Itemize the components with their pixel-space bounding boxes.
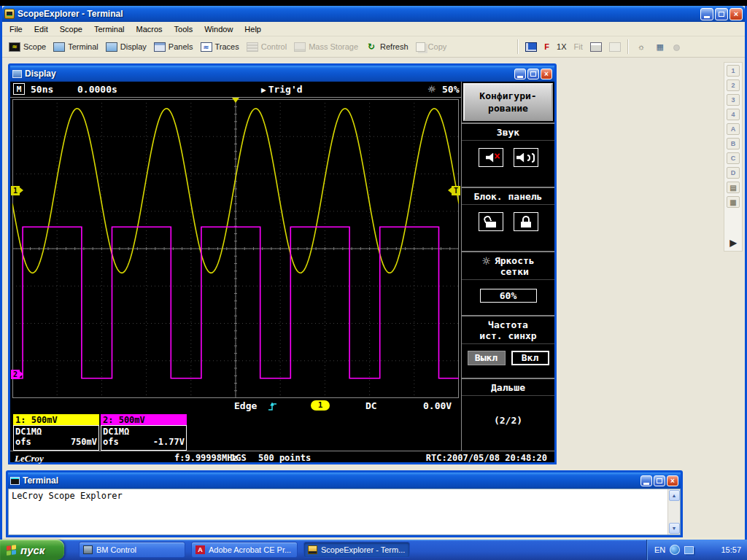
taskbar-task-bm-control[interactable]: BM Control <box>79 542 185 558</box>
display-minimize-button[interactable] <box>514 69 526 79</box>
menu-item-edit[interactable]: Edit <box>28 23 54 35</box>
toolbar-scope-label: Scope <box>23 42 46 51</box>
main-titlebar[interactable]: ScopeExplorer - Terminal × <box>2 6 745 22</box>
memory-b-icon[interactable]: B <box>727 138 740 149</box>
play-icon[interactable]: ▶ <box>727 237 740 249</box>
trigger-delay-value: 0.0000s <box>77 84 117 95</box>
channel2-ofs-value: -1.77V <box>153 437 185 447</box>
memory-d-icon[interactable]: D <box>727 167 740 179</box>
restore-button[interactable] <box>715 8 728 20</box>
toolbar-refresh-button[interactable]: Refresh <box>362 39 412 55</box>
menu-item-macros[interactable]: Macros <box>130 23 168 35</box>
channel2-details: DC1MΩ ofs -1.77V <box>101 425 187 451</box>
toolbar-font-button[interactable]: F <box>541 39 553 55</box>
start-button[interactable]: пуск <box>0 540 64 560</box>
toolbar-panels-label: Panels <box>169 42 193 51</box>
channel1-info-box[interactable]: 1: 500mV DC1MΩ ofs 750mV <box>13 414 99 451</box>
sound-off-button[interactable]: × <box>479 148 503 167</box>
config-button[interactable]: Конфигури- рование <box>463 83 553 121</box>
clock-on-button[interactable]: Вкл <box>511 351 549 365</box>
toolbar-scope-button[interactable]: Scope <box>5 39 50 55</box>
display-window: Display × M 50ns 0.0000s ▶Trig'd ☼ 50% <box>8 63 557 464</box>
tools-icon <box>635 42 647 52</box>
toolbar-fit-button: Fit <box>570 39 586 55</box>
toolbar-panels-button[interactable]: Panels <box>150 39 197 55</box>
channel2-label: 2: 500mV <box>101 414 187 425</box>
toolbar-zoom-1x-button[interactable]: 1X <box>553 39 570 55</box>
minimize-button[interactable] <box>700 8 713 20</box>
display-titlebar[interactable]: Display × <box>10 66 554 82</box>
scopeexplorer-icon <box>308 545 317 554</box>
print-icon <box>590 42 602 52</box>
menu-item-window[interactable]: Window <box>198 23 239 35</box>
taskbar: пуск BM ControlAdobe Acrobat CE Pr...Sco… <box>0 540 747 560</box>
trigger-level-marker[interactable]: T <box>452 186 460 195</box>
taskbar-task-scopeexplorer[interactable]: ScopeExplorer - Term... <box>303 542 410 558</box>
language-indicator[interactable]: EN <box>654 545 665 554</box>
mdi-client-area: Display × M 50ns 0.0000s ▶Trig'd ☼ 50% <box>2 58 745 537</box>
terminal-scrollbar[interactable]: ▲ ▼ <box>667 489 680 534</box>
trace-1-icon[interactable]: 1 <box>727 65 740 77</box>
toolbar-print-button[interactable] <box>587 39 605 55</box>
toolbar-display-button[interactable]: Display <box>102 39 150 55</box>
menu-item-help[interactable]: Help <box>239 23 267 35</box>
toolbar-control-button: Control <box>243 39 290 55</box>
toolbar-terminal-button[interactable]: Terminal <box>50 39 102 55</box>
menu-item-tools[interactable]: Tools <box>169 23 199 35</box>
terminal-minimize-button[interactable] <box>640 475 652 486</box>
trigd-play-icon: ▶ <box>261 85 266 95</box>
channel2-info-box[interactable]: 2: 500mV DC1MΩ ofs -1.77V <box>101 414 187 451</box>
scopeexplorer-app-icon <box>4 9 15 19</box>
task-label: BM Control <box>96 545 136 554</box>
toolbar-traces-button[interactable]: Traces <box>197 39 243 55</box>
browse-icon[interactable]: ▤ <box>727 182 740 193</box>
copy-icon <box>416 42 425 52</box>
trace-2-icon[interactable]: 2 <box>727 79 740 91</box>
clock-off-button[interactable]: Выкл <box>468 351 506 365</box>
panel-lock-button[interactable] <box>514 212 538 231</box>
ch2-offset-marker[interactable]: 2 <box>11 370 20 379</box>
menu-page-indicator: (2/2) <box>462 415 554 426</box>
toolbar-save-button[interactable] <box>522 39 541 55</box>
scroll-down-icon[interactable]: ▼ <box>669 523 680 534</box>
channel1-details: DC1MΩ ofs 750mV <box>13 425 99 451</box>
more-button[interactable]: Дальше <box>462 379 554 396</box>
trigger-position-marker[interactable] <box>232 98 239 103</box>
taskbar-task-acrobat[interactable]: Adobe Acrobat CE Pr... <box>191 542 298 558</box>
intensity-icon[interactable]: ☼ <box>427 84 436 95</box>
ch1-offset-marker[interactable]: 1 <box>11 186 20 195</box>
channel2-ofs-label: ofs <box>103 437 119 447</box>
memory-a-icon[interactable]: A <box>727 123 740 135</box>
close-button[interactable]: × <box>729 8 743 20</box>
report-icon[interactable]: ▦ <box>727 196 740 208</box>
desktop: ScopeExplorer - Terminal × FileEditScope… <box>0 0 747 560</box>
toolbar-datasheet-button[interactable] <box>651 39 670 55</box>
network-icon[interactable] <box>684 546 694 554</box>
display-close-button[interactable]: × <box>541 69 552 79</box>
memory-c-icon[interactable]: C <box>727 152 740 164</box>
sound-on-button[interactable] <box>514 148 538 167</box>
terminal-maximize-button[interactable] <box>654 475 665 486</box>
menu-item-scope[interactable]: Scope <box>54 23 88 35</box>
trace-3-icon[interactable]: 3 <box>727 94 740 106</box>
menu-item-terminal[interactable]: Terminal <box>88 23 131 35</box>
grid-brightness-value[interactable]: 60% <box>480 289 537 303</box>
menu-bar: FileEditScopeTerminalMacrosToolsWindowHe… <box>2 22 745 36</box>
ime-globe-icon[interactable] <box>670 545 680 555</box>
panel-unlock-button[interactable] <box>479 212 503 231</box>
terminal-close-button[interactable]: × <box>667 475 678 486</box>
toolbar-mass-storage-label: Mass Storage <box>309 42 358 51</box>
sound-section-label: Звук <box>462 124 554 141</box>
terminal-output[interactable]: LeCroy Scope Explorer <box>9 489 667 534</box>
terminal-titlebar[interactable]: Terminal × <box>8 472 681 489</box>
timebase-marker[interactable]: M <box>13 83 25 95</box>
save-icon <box>525 42 537 52</box>
display-maximize-button[interactable] <box>527 69 539 79</box>
trace-4-icon[interactable]: 4 <box>727 109 740 120</box>
toolbar-tools-button[interactable] <box>632 39 651 55</box>
main-window-title: ScopeExplorer - Terminal <box>18 9 699 19</box>
config-label-line2: рование <box>488 103 528 114</box>
channel1-ofs-label: ofs <box>15 437 31 447</box>
menu-item-file[interactable]: File <box>4 23 28 35</box>
scroll-up-icon[interactable]: ▲ <box>669 490 680 501</box>
